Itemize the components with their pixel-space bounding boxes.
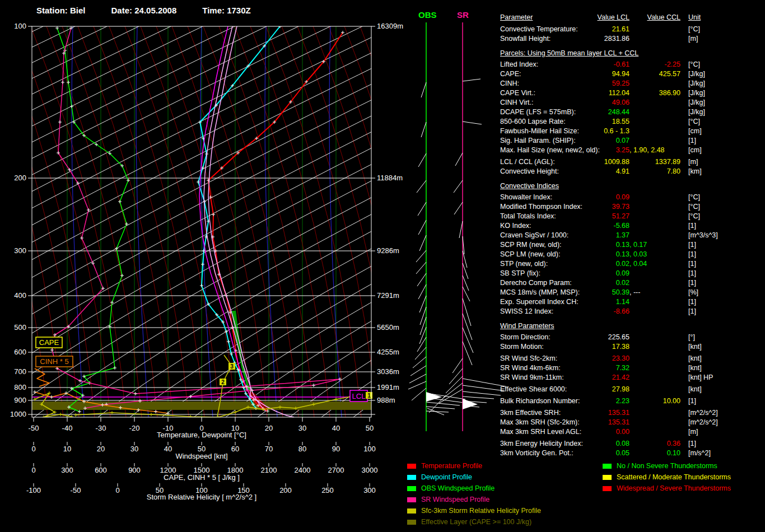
svg-text:0: 0	[115, 486, 119, 494]
param-row: LCL / CCL (AGL):1009.881337.89[m]	[500, 158, 765, 167]
param-row: MCS 18m/s (MMP, MSP):50.39, ---[%]	[500, 288, 765, 298]
col-value-ccl: Value CCL	[647, 13, 680, 21]
svg-text:600: 600	[14, 348, 26, 356]
param-row: 3km Energy Helicity Index:0.080.36[1]	[500, 440, 765, 449]
param-row: Storm Motion:17.38[knt]	[500, 343, 765, 352]
param-label: SB STP (fix):	[500, 269, 540, 277]
param-label: Exp. Supercell Index CH:	[500, 298, 579, 306]
param-label: Snowfall Height:	[500, 35, 551, 43]
svg-text:400: 400	[14, 291, 26, 300]
param-unit: [1]	[688, 269, 696, 277]
param-label: 3km Effective SRH:	[500, 409, 561, 417]
legend-color-chip	[407, 475, 416, 480]
value-lcl: -8.66	[614, 307, 630, 315]
param-row: Max 3km SRH (Sfc-2km):135.31[m^2/s^2]	[500, 418, 765, 428]
svg-text:250: 250	[321, 486, 334, 494]
sr-wind-column	[439, 22, 506, 431]
series-virtual-temperature	[199, 26, 251, 398]
param-unit: [J/kg]	[688, 108, 705, 116]
param-row: CINH Virt.:49.06[J/kg]	[500, 99, 765, 108]
svg-text:-20: -20	[129, 424, 140, 432]
legend-label: Effective Layer (CAPE >= 100 J/kg)	[421, 518, 531, 526]
svg-text:50: 50	[366, 424, 374, 432]
param-label: LCL / CCL (AGL):	[500, 158, 555, 166]
value-extra: , ---	[629, 288, 640, 296]
svg-text:1000: 1000	[10, 410, 26, 418]
legend-label: No / Non Severe Thunderstorms	[617, 462, 717, 470]
value-lcl: 0.6 - 1.3	[604, 127, 629, 135]
svg-text:5650m: 5650m	[377, 323, 399, 332]
param-unit: [km]	[688, 167, 702, 175]
param-row: CINH:59.25[J/kg]	[500, 80, 765, 89]
param-row: 3km Effective SRH:135.31[m^2/s^2]	[500, 409, 765, 418]
param-unit: [1]	[688, 279, 696, 287]
svg-text:100: 100	[14, 22, 26, 30]
param-row: Derecho Comp Param:0.02[1]	[500, 279, 765, 288]
param-unit: [1]	[688, 137, 696, 144]
svg-text:30: 30	[298, 424, 306, 432]
svg-text:988m: 988m	[377, 396, 395, 404]
param-row: STP (new, old):0.02, 0.04[1]	[500, 260, 765, 269]
svg-text:100: 100	[363, 445, 376, 453]
value-lcl: -5.68	[614, 222, 630, 230]
param-row: Convective Height:4.917.80[km]	[500, 167, 765, 177]
param-unit: [°C]	[688, 203, 700, 211]
legend-color-chip	[603, 486, 612, 491]
param-row: SR Wind 4km-6km:7.32[knt]	[500, 364, 765, 374]
legend-color-chip	[407, 486, 416, 491]
value-lcl: 7.32	[616, 364, 629, 372]
param-row: Modified Thompson Index:39.73[°C]	[500, 203, 765, 212]
param-row: Bulk Richardson Number:2.2310.00[1]	[500, 397, 765, 407]
param-row: Lifted Index:-0.61-2.25[°C]	[500, 60, 765, 70]
value-lcl: 4.91	[616, 167, 629, 175]
km-marker-2: 2	[220, 379, 226, 385]
param-label: 3km Energy Helicity Index:	[500, 440, 583, 447]
param-unit: [J/kg]	[688, 89, 705, 97]
legend-color-chip	[603, 475, 612, 480]
param-label: Max 3km SRH (Sfc-2km):	[500, 418, 580, 426]
value-lcl: 27.98	[612, 385, 629, 393]
svg-text:-40: -40	[62, 424, 73, 432]
svg-text:7291m: 7291m	[377, 291, 399, 300]
param-label: STP (new, old):	[500, 260, 548, 268]
annotation-cinh-5: CINH * 5	[36, 356, 73, 367]
param-label: Sig. Hail Param. (SHIP):	[500, 137, 576, 144]
param-label: SR Wind 4km-6km:	[500, 364, 561, 372]
param-label: CAPE Virt.:	[500, 89, 535, 97]
param-unit: [1]	[688, 222, 696, 230]
param-label: DCAPE (LFS = 575mB):	[500, 108, 576, 116]
legend-color-chip	[407, 520, 416, 525]
profile-legend-item: Sfc-3km Storm Relative Helicity Profile	[407, 505, 541, 516]
param-label: Effective Shear 6000:	[500, 385, 567, 393]
param-row: Storm Direction:225.65[°]	[500, 333, 765, 343]
series-cinh-profile-a	[35, 368, 49, 386]
svg-text:800: 800	[14, 383, 26, 391]
profile-legend-item: SR Windspeed Profile	[407, 494, 541, 505]
value-lcl: 39.73	[612, 203, 629, 211]
svg-text:30: 30	[130, 445, 138, 453]
value-ccl: 0.10	[667, 449, 680, 457]
svg-text:-50: -50	[29, 424, 39, 432]
value-lcl: 112.04	[609, 89, 629, 97]
col-unit: Unit	[688, 13, 701, 21]
param-unit: [knt]	[688, 364, 702, 372]
param-row: SCP LM (new, old):0.13, 0.03[1]	[500, 250, 765, 260]
param-unit: [°C]	[688, 25, 700, 33]
value-lcl: 50.39	[612, 288, 629, 296]
svg-text:2100: 2100	[261, 466, 277, 474]
svg-text:LCL: LCL	[352, 392, 366, 400]
value-ccl: 386.90	[659, 89, 680, 97]
value-lcl: 17.38	[612, 343, 629, 351]
param-label: SCP RM (new, old):	[500, 241, 562, 249]
param-unit: [m/s^2]	[688, 449, 711, 457]
value-ccl: 10.00	[663, 397, 680, 405]
value-ccl: 0.36	[667, 440, 680, 447]
svg-text:200: 200	[279, 486, 292, 494]
param-unit: [1]	[688, 250, 696, 258]
value-lcl: 1009.88	[604, 158, 629, 166]
storm-legend-item: Scattered / Moderate Thunderstorms	[603, 472, 731, 483]
value-lcl: 0.00	[616, 428, 629, 436]
svg-text:40: 40	[332, 424, 340, 432]
param-unit: [J/kg]	[688, 70, 705, 78]
param-label: SR Wind 9km-11km:	[500, 374, 564, 381]
